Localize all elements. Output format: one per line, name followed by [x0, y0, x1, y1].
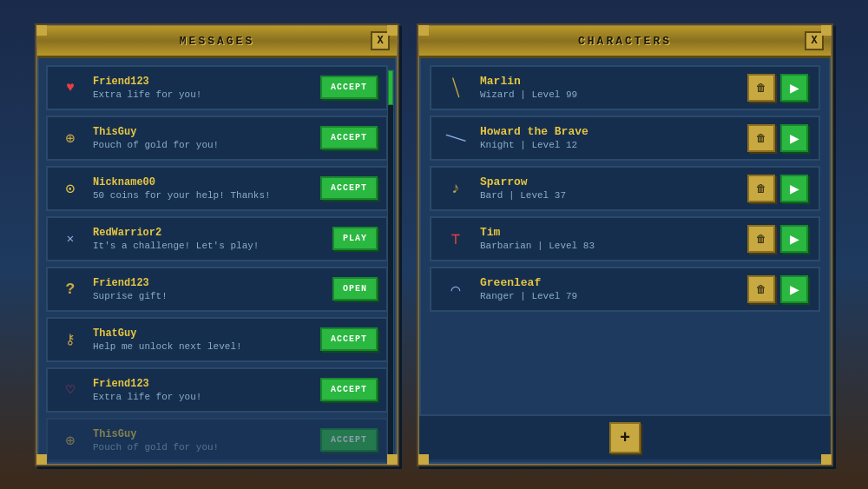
message-text: Pouch of gold for you! [93, 442, 312, 453]
trash-icon: 🗑 [756, 182, 766, 195]
message-content: Friend123 Suprise gift! [93, 277, 324, 301]
corner-tr [821, 25, 832, 36]
messages-list: ♥ Friend123 Extra life for you! ACCEPT ⊕… [37, 58, 397, 459]
characters-panel: CHARACTERS X ╱ Marlin Wizard | Level 99 … [417, 23, 833, 466]
trash-icon: 🗑 [756, 283, 766, 295]
message-item: ♥ Friend123 Extra life for you! ACCEPT [46, 65, 388, 110]
character-delete-button[interactable]: 🗑 [747, 175, 775, 202]
character-sub: Ranger | Level 79 [480, 291, 737, 301]
play-icon: ▶ [790, 182, 799, 195]
character-delete-button[interactable]: 🗑 [747, 74, 775, 102]
character-actions: 🗑 ▶ [747, 225, 808, 253]
message-content: Friend123 Extra life for you! [93, 378, 312, 402]
character-icon-axe: ⊤ [442, 225, 470, 253]
corner-br [821, 454, 832, 465]
corner-bl [36, 454, 47, 465]
message-action-button[interactable]: ACCEPT [320, 76, 378, 99]
play-icon: ▶ [790, 81, 799, 95]
character-delete-button[interactable]: 🗑 [747, 124, 775, 152]
character-sub: Wizard | Level 99 [480, 89, 737, 100]
character-icon-lute: ♪ [442, 175, 470, 202]
corner-tl [418, 25, 429, 36]
message-icon-question: ? [56, 275, 84, 303]
corner-tr [387, 25, 398, 36]
message-item: ⊙ Nickname00 50 coins for your help! Tha… [46, 166, 388, 211]
character-play-button[interactable]: ▶ [780, 124, 808, 152]
message-text: It's a challenge! Let's play! [93, 241, 324, 251]
message-content: Nickname00 50 coins for your help! Thank… [93, 176, 312, 201]
character-sub: Barbarian | Level 83 [480, 241, 737, 251]
play-icon: ▶ [790, 131, 799, 145]
message-content: ThisGuy Pouch of gold for you! [93, 126, 312, 150]
character-item: ⌒ Greenleaf Ranger | Level 79 🗑 ▶ [430, 267, 820, 312]
messages-title: MESSAGES [180, 35, 254, 48]
messages-panel: MESSAGES X ♥ Friend123 Extra life for yo… [35, 23, 399, 466]
message-action-button[interactable]: ACCEPT [320, 126, 378, 149]
trash-icon: 🗑 [756, 82, 766, 94]
message-icon-swords: ✕ [56, 225, 84, 253]
message-action-button[interactable]: ACCEPT [320, 378, 378, 401]
message-item: ⊕ ThisGuy Pouch of gold for you! ACCEPT [46, 116, 388, 161]
corner-bl [418, 454, 429, 465]
message-item: ? Friend123 Suprise gift! OPEN [46, 267, 388, 312]
character-name: Greenleaf [480, 276, 737, 289]
character-content: Greenleaf Ranger | Level 79 [480, 276, 737, 301]
message-action-button[interactable]: PLAY [332, 227, 378, 250]
character-sub: Knight | Level 12 [480, 140, 737, 150]
message-sender: Friend123 [93, 76, 312, 88]
character-name: Howard the Brave [480, 125, 737, 138]
character-item: ♪ Sparrow Bard | Level 37 🗑 ▶ [430, 166, 820, 211]
message-icon-key: ⚷ [56, 326, 84, 354]
corner-tl [36, 25, 47, 36]
message-sender: Nickname00 [93, 176, 312, 188]
message-content: RedWarrior2 It's a challenge! Let's play… [93, 227, 324, 251]
character-play-button[interactable]: ▶ [780, 225, 808, 253]
character-add-bar: + [419, 414, 831, 459]
message-action-button[interactable]: ACCEPT [320, 327, 378, 351]
message-action-button[interactable]: ACCEPT [320, 428, 378, 452]
character-actions: 🗑 ▶ [747, 275, 808, 303]
character-play-button[interactable]: ▶ [780, 74, 808, 102]
message-content: ThisGuy Pouch of gold for you! [93, 428, 312, 453]
character-delete-button[interactable]: 🗑 [747, 225, 775, 253]
message-sender: ThisGuy [93, 126, 312, 138]
message-sender: Friend123 [93, 277, 324, 289]
character-name: Tim [480, 226, 737, 239]
message-icon-heart: ♥ [56, 74, 84, 102]
character-content: Sparrow Bard | Level 37 [480, 175, 737, 201]
message-text: 50 coins for your help! Thanks! [93, 190, 312, 201]
message-icon-coin: ⊙ [56, 175, 84, 202]
message-icon-bag: ⊕ [56, 124, 84, 152]
messages-scrollbar[interactable] [387, 69, 394, 461]
character-play-button[interactable]: ▶ [780, 275, 808, 303]
characters-header: CHARACTERS X [419, 26, 831, 58]
messages-header: MESSAGES X [37, 26, 397, 58]
message-sender: RedWarrior2 [93, 227, 324, 239]
characters-list: ╱ Marlin Wizard | Level 99 🗑 ▶ ╲ Howard … [419, 58, 831, 414]
message-action-button[interactable]: ACCEPT [320, 176, 378, 200]
message-sender: ThisGuy [93, 428, 312, 440]
message-sender: ThatGuy [93, 327, 312, 340]
character-item: ╲ Howard the Brave Knight | Level 12 🗑 ▶ [430, 116, 820, 161]
character-item: ⊤ Tim Barbarian | Level 83 🗑 ▶ [430, 216, 820, 261]
character-name: Sparrow [480, 175, 737, 188]
character-content: Marlin Wizard | Level 99 [480, 75, 737, 100]
message-action-button[interactable]: OPEN [332, 277, 378, 301]
character-play-button[interactable]: ▶ [780, 175, 808, 202]
message-item: ⚷ ThatGuy Help me unlock next level! ACC… [46, 317, 388, 362]
character-icon-staff: ╱ [442, 74, 470, 102]
play-icon: ▶ [790, 282, 799, 296]
character-icon-bow: ⌒ [442, 275, 470, 303]
character-actions: 🗑 ▶ [747, 74, 808, 102]
message-content: Friend123 Extra life for you! [93, 76, 312, 100]
character-sub: Bard | Level 37 [480, 190, 737, 201]
character-delete-button[interactable]: 🗑 [747, 275, 775, 303]
message-icon-bag: ⊕ [56, 426, 84, 454]
character-actions: 🗑 ▶ [747, 175, 808, 202]
trash-icon: 🗑 [756, 132, 766, 144]
message-text: Help me unlock next level! [93, 341, 312, 352]
play-icon: ▶ [790, 232, 799, 246]
add-character-button[interactable]: + [609, 422, 641, 453]
character-icon-sword: ╲ [442, 124, 470, 152]
message-content: ThatGuy Help me unlock next level! [93, 327, 312, 352]
